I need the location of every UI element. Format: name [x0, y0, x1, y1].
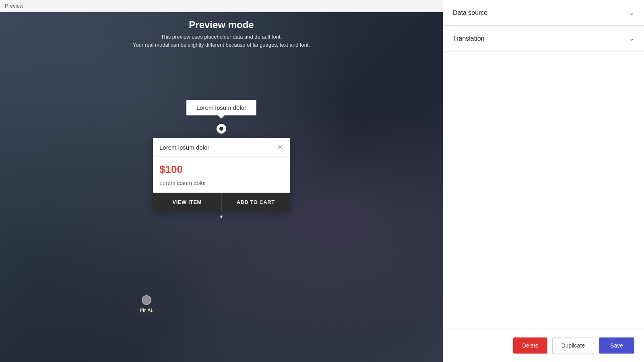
- preview-mode-header: Preview mode This preview uses placehold…: [0, 12, 443, 53]
- modal-popup: Lorem ipsum dolor ✕ $100 Lorem ipsum dol…: [153, 138, 290, 212]
- duplicate-button[interactable]: Duplicate: [552, 337, 594, 354]
- tooltip-text: Lorem ipsum dolor: [196, 104, 246, 111]
- secondary-pin-label: Pin #1: [137, 306, 156, 314]
- data-source-chevron-icon: ⌄: [629, 9, 634, 16]
- data-source-header[interactable]: Data source ⌄: [443, 0, 644, 25]
- modal-title: Lorem ipsum dolor: [159, 144, 209, 151]
- preview-canvas: Preview mode This preview uses placehold…: [0, 12, 443, 362]
- sidebar-footer: Delete Duplicate Save: [443, 329, 644, 362]
- data-source-section: Data source ⌄: [443, 0, 644, 26]
- preview-area: Preview Preview mode This preview uses p…: [0, 0, 443, 362]
- tooltip-bubble: Lorem ipsum dolor: [186, 100, 256, 115]
- translation-title: Translation: [453, 35, 485, 42]
- translation-section: Translation ⌄: [443, 26, 644, 51]
- modal-footer: VIEW ITEM ADD TO CART: [153, 193, 290, 212]
- delete-button[interactable]: Delete: [513, 337, 547, 354]
- preview-topbar-label: Preview: [5, 3, 23, 9]
- modal-description: Lorem ipsum dolor: [159, 180, 283, 186]
- translation-header[interactable]: Translation ⌄: [443, 26, 644, 51]
- secondary-pin[interactable]: Pin #1: [137, 295, 156, 314]
- translation-chevron-icon: ⌄: [629, 35, 634, 42]
- add-to-cart-button[interactable]: ADD TO CART: [222, 193, 290, 212]
- save-button[interactable]: Save: [599, 337, 634, 354]
- data-source-title: Data source: [453, 9, 487, 16]
- pin-dot-inner: [219, 127, 223, 131]
- preview-mode-title: Preview mode: [0, 19, 443, 31]
- preview-mode-line1: This preview uses placeholder data and d…: [0, 33, 443, 41]
- modal-price: $100: [159, 163, 283, 176]
- secondary-pin-dot: [142, 295, 151, 305]
- modal-body: $100 Lorem ipsum dolor: [153, 157, 290, 193]
- sidebar-spacer: [443, 51, 644, 329]
- modal-header: Lorem ipsum dolor ✕: [153, 138, 290, 157]
- expand-arrow-icon: ▼: [219, 214, 224, 220]
- right-sidebar: Data source ⌄ Translation ⌄ Delete Dupli…: [443, 0, 644, 362]
- modal-close-icon[interactable]: ✕: [277, 144, 283, 151]
- preview-mode-line2: Your real modal can be slightly differen…: [0, 41, 443, 49]
- view-item-button[interactable]: VIEW ITEM: [153, 193, 222, 212]
- preview-topbar: Preview: [0, 0, 443, 12]
- pin-dot[interactable]: [216, 123, 227, 134]
